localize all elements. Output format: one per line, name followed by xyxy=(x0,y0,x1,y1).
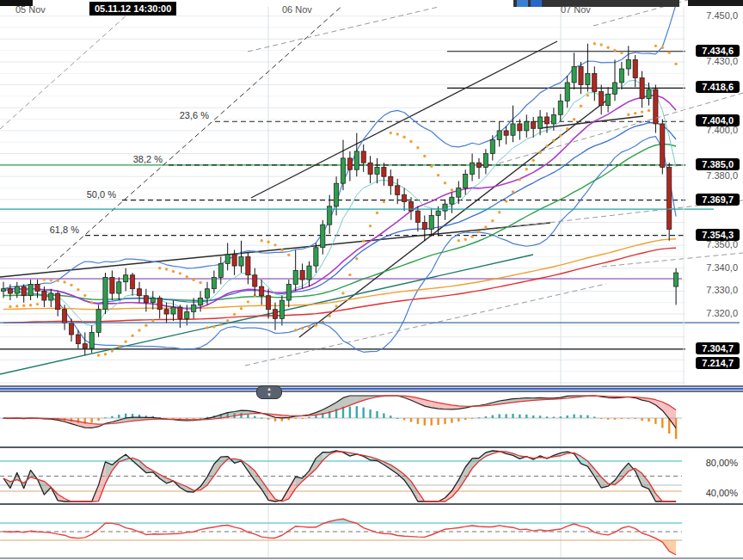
splitter-down-icon: ▼ xyxy=(257,392,281,398)
price-axis-label: 7.320,0 xyxy=(706,308,738,318)
stochastic-threshold-label: 40,00% xyxy=(706,488,738,498)
price-axis-label: 7.380,0 xyxy=(706,170,738,181)
price-level-badge: 7.214,7 xyxy=(696,357,740,369)
fibonacci-retracement-label: 23,6 % xyxy=(164,110,209,120)
price-level-badge: 7.354,3 xyxy=(696,229,740,241)
crosshair-timestamp-badge: 05.11.12 14:30:00 xyxy=(89,2,176,15)
trading-chart-window: 05 Nov 06 Nov 07 Nov 05.11.12 14:30:00 7… xyxy=(0,0,743,560)
price-level-badge: 7.418,6 xyxy=(696,81,740,93)
price-axis-label: 7.350,0 xyxy=(706,239,738,249)
price-axis-label: 7.330,0 xyxy=(706,285,738,295)
price-axis-label: 7.450,0 xyxy=(706,10,738,21)
fibonacci-retracement-label: 50,0 % xyxy=(71,189,116,200)
date-label-06nov: 06 Nov xyxy=(282,4,312,15)
toolbar-chip-icon[interactable] xyxy=(531,0,542,7)
panel-splitter-handle[interactable]: ▲▼ xyxy=(256,385,282,399)
date-label-05nov: 05 Nov xyxy=(15,4,46,15)
toolbar-chip-icon[interactable] xyxy=(517,0,528,7)
fibonacci-retracement-label: 38,2 % xyxy=(118,154,163,164)
price-level-badge: 7.369,7 xyxy=(696,194,740,206)
splitter-up-icon: ▲ xyxy=(257,386,281,392)
chart-canvas[interactable] xyxy=(0,0,743,560)
price-level-badge: 7.385,0 xyxy=(696,158,740,170)
fibonacci-retracement-label: 61,8 % xyxy=(34,225,79,235)
price-level-badge: 7.404,0 xyxy=(696,114,740,126)
price-axis-label: 7.340,0 xyxy=(706,262,738,273)
stochastic-threshold-label: 80,00% xyxy=(706,458,738,468)
price-level-badge: 7.304,7 xyxy=(696,342,740,354)
toolbar-fragment-corner xyxy=(688,0,743,6)
price-level-badge: 7.434,6 xyxy=(696,45,740,57)
date-label-07nov: 07 Nov xyxy=(561,4,591,15)
price-axis-label: 7.430,0 xyxy=(706,56,738,66)
